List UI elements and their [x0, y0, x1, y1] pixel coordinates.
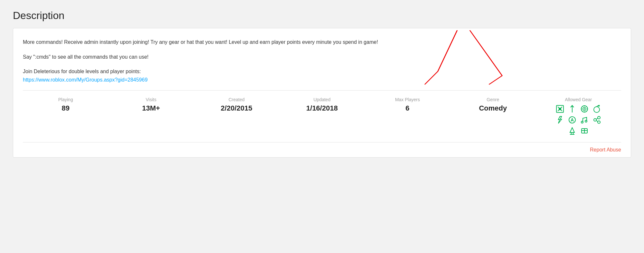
svg-point-17 [581, 121, 583, 123]
svg-point-19 [594, 119, 596, 121]
stat-genre-value: Comedy [479, 104, 507, 112]
gear-social2-icon [592, 115, 601, 125]
gear-building-icon [567, 126, 577, 136]
stat-max-players-label: Max Players [395, 97, 420, 102]
description-paragraph3: Join Deleterious for double levels and p… [23, 67, 621, 84]
gear-navigation-icon [567, 104, 577, 114]
stat-genre: Genre Comedy [450, 97, 535, 112]
stat-updated-value: 1/16/2018 [306, 104, 338, 112]
gear-explosive-icon [592, 104, 601, 114]
gear-row-3 [567, 126, 589, 136]
svg-point-12 [594, 107, 600, 112]
svg-line-22 [596, 118, 598, 119]
stat-updated: Updated 1/16/2018 [279, 97, 365, 112]
stat-playing-label: Playing [58, 97, 73, 102]
stat-max-players: Max Players 6 [365, 97, 450, 112]
page-title: Description [13, 10, 631, 22]
svg-marker-14 [558, 116, 562, 123]
svg-point-20 [598, 116, 600, 119]
gear-ranged-icon [580, 104, 589, 114]
stat-playing: Playing 89 [23, 97, 108, 112]
gear-melee-icon [555, 104, 565, 114]
svg-text:A: A [571, 117, 574, 122]
description-box: More commands! Receive admin instantly u… [13, 28, 631, 158]
gear-icons-container: A [555, 104, 601, 136]
svg-point-7 [584, 109, 585, 109]
group-link[interactable]: https://www.roblox.com/My/Groups.aspx?gi… [23, 77, 147, 83]
svg-point-18 [585, 120, 587, 122]
footer-row: Report Abuse [23, 142, 621, 157]
svg-line-23 [596, 121, 598, 122]
gear-terrain-icon [580, 126, 589, 136]
stat-created-label: Created [229, 97, 245, 102]
stat-visits: Visits 13M+ [108, 97, 194, 112]
stat-allowed-gear: Allowed Gear [536, 97, 621, 136]
stat-visits-value: 13M+ [142, 104, 160, 112]
stat-created: Created 2/20/2015 [194, 97, 279, 112]
svg-point-13 [599, 105, 600, 106]
stat-allowed-gear-label: Allowed Gear [565, 97, 592, 102]
stat-visits-label: Visits [146, 97, 156, 102]
gear-musical-icon [580, 115, 589, 125]
gear-social-icon: A [567, 115, 577, 125]
gear-row-2: A [555, 115, 601, 125]
report-abuse-button[interactable]: Report Abuse [590, 147, 621, 153]
stat-created-value: 2/20/2015 [221, 104, 252, 112]
gear-row-1 [555, 104, 601, 114]
gear-powerup-icon [555, 115, 565, 125]
svg-point-21 [598, 121, 600, 123]
stat-genre-label: Genre [487, 97, 499, 102]
stat-max-players-value: 6 [405, 104, 409, 112]
stats-row: Playing 89 Visits 13M+ Created 2/20/2015… [23, 91, 621, 142]
description-paragraph2: Say ":cmds" to see all the commands that… [23, 53, 621, 61]
stat-updated-label: Updated [314, 97, 331, 102]
description-paragraph1: More commands! Receive admin instantly u… [23, 38, 621, 46]
stat-playing-value: 89 [62, 104, 69, 112]
